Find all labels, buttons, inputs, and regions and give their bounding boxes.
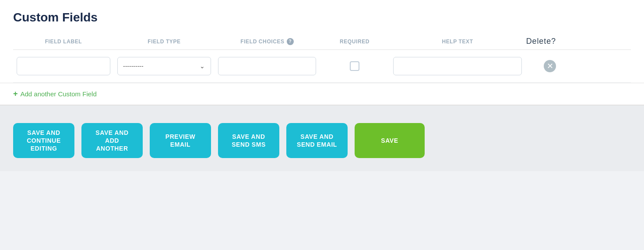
col-header-field-type: FIELD TYPE: [114, 37, 215, 46]
col-header-field-choices: FIELD CHOICES ?: [215, 37, 320, 46]
plus-icon: +: [13, 89, 18, 99]
col-header-field-label: FIELD LABEL: [13, 37, 114, 46]
delete-row-button[interactable]: ✕: [544, 60, 556, 72]
preview-email-button[interactable]: PREVIEW EMAIL: [150, 123, 211, 158]
save-send-sms-button[interactable]: SAVE AND SEND SMS: [218, 123, 279, 158]
top-section: Custom Fields FIELD LABEL FIELD TYPE FIE…: [0, 0, 644, 83]
field-type-select-wrapper: ---------- Text Number Date Checkbox Dro…: [117, 57, 211, 75]
field-type-cell: ---------- Text Number Date Checkbox Dro…: [114, 57, 215, 75]
save-button[interactable]: SAVE: [355, 123, 425, 158]
add-link-label: Add another Custom Field: [21, 90, 97, 98]
table-row: ---------- Text Number Date Checkbox Dro…: [13, 50, 631, 83]
required-cell: [320, 61, 390, 71]
bottom-section: SAVE AND CONTINUE EDITING SAVE AND ADD A…: [0, 106, 644, 171]
field-type-select[interactable]: ---------- Text Number Date Checkbox Dro…: [117, 57, 211, 75]
col-header-delete: Delete?: [525, 37, 560, 46]
page-title: Custom Fields: [13, 11, 631, 25]
help-text-cell: [390, 57, 525, 75]
save-send-email-button[interactable]: SAVE AND SEND EMAIL: [286, 123, 348, 158]
field-choices-help-icon[interactable]: ?: [287, 38, 294, 45]
field-label-cell: [13, 57, 114, 75]
table-header: FIELD LABEL FIELD TYPE FIELD CHOICES ? R…: [13, 33, 631, 50]
required-checkbox[interactable]: [350, 61, 359, 71]
col-header-help-text: HELP TEXT: [390, 37, 525, 46]
field-label-input[interactable]: [17, 57, 110, 75]
field-choices-input[interactable]: [218, 57, 316, 75]
save-add-another-button[interactable]: SAVE AND ADD ANOTHER: [81, 123, 143, 158]
add-row: + Add another Custom Field: [0, 83, 644, 106]
help-text-input[interactable]: [393, 57, 522, 75]
field-choices-cell: [215, 57, 320, 75]
save-continue-button[interactable]: SAVE AND CONTINUE EDITING: [13, 123, 74, 158]
delete-cell: ✕: [525, 60, 560, 72]
delete-icon: ✕: [547, 62, 553, 70]
col-header-required: REQUIRED: [320, 37, 390, 46]
add-custom-field-link[interactable]: + Add another Custom Field: [13, 89, 97, 99]
